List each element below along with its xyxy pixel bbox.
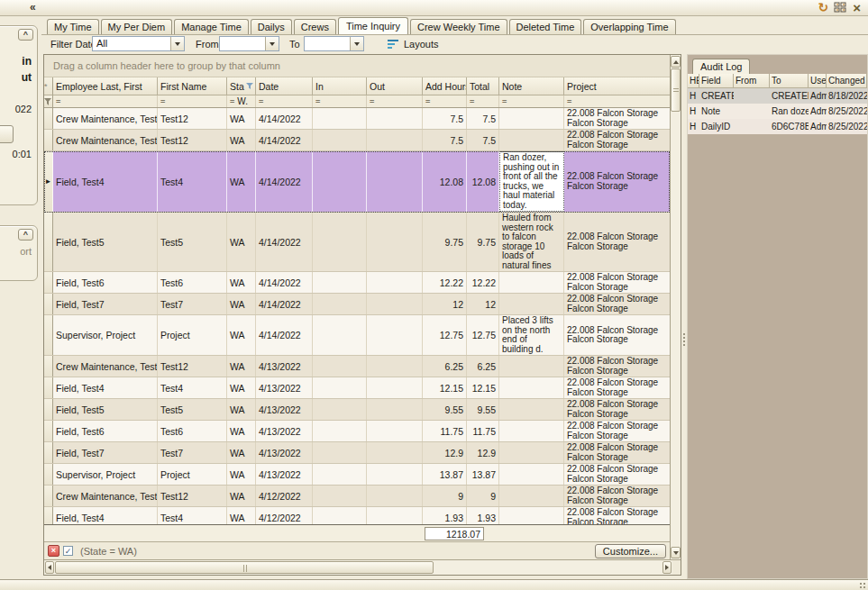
- cell-project[interactable]: 22.008 Falcon Storage Falcon Storage: [564, 108, 670, 129]
- cell-total[interactable]: 12.08: [467, 151, 499, 212]
- table-row[interactable]: Field, Test6 Test6 WA 4/14/2022 12.22 12…: [44, 272, 670, 294]
- audit-column-header-field[interactable]: Field: [699, 74, 734, 88]
- group-by-bar[interactable]: Drag a column header here to group by th…: [44, 55, 670, 77]
- vertical-scrollbar-thumb[interactable]: [671, 68, 681, 112]
- cell-total[interactable]: 9.75: [467, 213, 499, 271]
- tab-audit-log[interactable]: Audit Log: [692, 59, 750, 74]
- tab-time-inquiry[interactable]: Time Inquiry: [338, 17, 408, 34]
- filter-cell-first[interactable]: =: [158, 95, 227, 107]
- cell-date[interactable]: 4/14/2022: [256, 315, 313, 355]
- cell-add-hours[interactable]: 12.08: [423, 151, 467, 212]
- filter-date-dropdown[interactable]: All: [92, 36, 185, 51]
- cell-date[interactable]: 4/14/2022: [256, 130, 313, 150]
- filter-cell-emp[interactable]: =: [53, 95, 158, 107]
- column-header-in[interactable]: In: [313, 77, 367, 95]
- filter-cell-in[interactable]: =: [313, 95, 367, 107]
- cell-employee[interactable]: Field, Test4: [53, 151, 158, 212]
- table-row[interactable]: Field, Test4 Test4 WA 4/13/2022 12.15 12…: [44, 377, 670, 399]
- audit-column-header-to[interactable]: To: [770, 74, 809, 88]
- audit-cell-use[interactable]: Admi: [809, 104, 827, 119]
- cell-add-hours[interactable]: 9.55: [423, 399, 467, 420]
- cell-date[interactable]: 4/12/2022: [256, 507, 313, 524]
- audit-cell-field[interactable]: Note: [699, 104, 734, 119]
- cell-project[interactable]: 22.008 Falcon Storage Falcon Storage: [564, 130, 670, 150]
- cell-add-hours[interactable]: 12: [423, 294, 467, 314]
- scroll-left-icon[interactable]: [45, 561, 54, 574]
- cell-total[interactable]: 12: [467, 294, 499, 314]
- row-indicator[interactable]: [44, 356, 53, 377]
- cell-first-name[interactable]: Test4: [158, 151, 227, 212]
- cell-employee[interactable]: Crew Maintenance, Test12: [53, 130, 158, 150]
- cell-project[interactable]: 22.008 Falcon Storage Falcon Storage: [564, 151, 670, 212]
- cell-add-hours[interactable]: 13.87: [423, 464, 467, 485]
- audit-column-header-from[interactable]: From: [734, 74, 770, 88]
- cell-out[interactable]: [367, 464, 423, 485]
- audit-cell-use[interactable]: Admi: [809, 119, 827, 134]
- cell-first-name[interactable]: Project: [158, 315, 227, 355]
- cell-note[interactable]: Placed 3 lifts on the north end of build…: [499, 315, 564, 355]
- cell-state[interactable]: WA: [227, 272, 256, 293]
- audit-log-row[interactable]: H Note Ran dozer Admi 8/25/2022: [688, 104, 867, 119]
- cell-employee[interactable]: Supervisor, Project: [53, 315, 158, 355]
- cell-employee[interactable]: Field, Test4: [53, 377, 158, 398]
- table-row[interactable]: Field, Test5 Test5 WA 4/14/2022 9.75 9.7…: [44, 213, 670, 272]
- cell-note[interactable]: [499, 294, 564, 314]
- cell-note[interactable]: [499, 464, 564, 485]
- cell-state[interactable]: WA: [227, 442, 256, 463]
- cell-employee[interactable]: Crew Maintenance, Test12: [53, 108, 158, 129]
- chevron-down-icon[interactable]: [265, 37, 279, 50]
- cell-state[interactable]: WA: [227, 151, 256, 212]
- cell-add-hours[interactable]: 12.9: [423, 442, 467, 463]
- cell-date[interactable]: 4/13/2022: [256, 442, 313, 463]
- cell-project[interactable]: 22.008 Falcon Storage Falcon Storage: [564, 421, 670, 441]
- cell-total[interactable]: 13.87: [467, 464, 499, 485]
- cell-state[interactable]: WA: [227, 108, 256, 129]
- cell-date[interactable]: 4/13/2022: [256, 399, 313, 420]
- cell-note[interactable]: [499, 421, 564, 441]
- table-row[interactable]: Field, Test7 Test7 WA 4/14/2022 12 12 22…: [44, 294, 670, 315]
- refresh-icon[interactable]: ↻: [818, 1, 829, 14]
- column-header-note[interactable]: Note: [499, 77, 564, 95]
- cell-first-name[interactable]: Test7: [158, 442, 227, 463]
- row-indicator[interactable]: [44, 294, 53, 314]
- cell-note[interactable]: Ran dozer, pushing out in front of all t…: [499, 151, 564, 212]
- cell-note[interactable]: [499, 486, 564, 506]
- cell-date[interactable]: 4/13/2022: [256, 377, 313, 398]
- cell-add-hours[interactable]: 12.22: [423, 272, 467, 293]
- from-date-input[interactable]: [219, 36, 279, 51]
- table-row[interactable]: Crew Maintenance, Test12 Test12 WA 4/12/…: [44, 486, 670, 507]
- customize-button[interactable]: Customize...: [595, 544, 666, 558]
- filter-cell-total[interactable]: =: [467, 95, 499, 107]
- close-icon[interactable]: ×: [853, 1, 861, 14]
- filter-cell-out[interactable]: =: [367, 95, 423, 107]
- row-indicator[interactable]: [44, 464, 53, 485]
- cell-in[interactable]: [313, 151, 367, 212]
- cell-first-name[interactable]: Project: [158, 464, 227, 485]
- cell-add-hours[interactable]: 9.75: [423, 213, 467, 271]
- scroll-down-icon[interactable]: [671, 547, 681, 558]
- audit-cell-to[interactable]: CREATED: [770, 88, 809, 104]
- audit-cell-changed[interactable]: 8/18/2022: [827, 88, 867, 104]
- row-indicator[interactable]: [44, 315, 53, 355]
- cell-out[interactable]: [367, 315, 423, 355]
- cell-in[interactable]: [313, 108, 367, 129]
- cell-note[interactable]: [499, 272, 564, 293]
- audit-log-row[interactable]: H DailyID 6D6C78B- Admi 8/25/2022: [688, 119, 867, 134]
- tab-deleted-time[interactable]: Deleted Time: [509, 19, 582, 34]
- row-indicator[interactable]: [44, 442, 53, 463]
- cell-total[interactable]: 6.25: [467, 356, 499, 377]
- tab-dailys[interactable]: Dailys: [251, 19, 292, 34]
- row-indicator[interactable]: [44, 213, 53, 271]
- audit-log-row[interactable]: H CREATED CREATED Admi 8/18/2022: [688, 88, 867, 104]
- cell-in[interactable]: [313, 130, 367, 150]
- cell-first-name[interactable]: Test5: [158, 213, 227, 271]
- audit-cell-changed[interactable]: 8/25/2022: [827, 119, 867, 134]
- cell-first-name[interactable]: Test4: [158, 507, 227, 524]
- horizontal-scrollbar[interactable]: [44, 560, 672, 575]
- chevron-down-icon[interactable]: [170, 37, 184, 50]
- audit-cell-field[interactable]: DailyID: [699, 119, 734, 134]
- audit-cell-he[interactable]: H: [688, 104, 699, 119]
- cell-date[interactable]: 4/14/2022: [256, 272, 313, 293]
- cell-project[interactable]: 22.008 Falcon Storage Falcon Storage: [564, 315, 670, 355]
- cell-out[interactable]: [367, 272, 423, 293]
